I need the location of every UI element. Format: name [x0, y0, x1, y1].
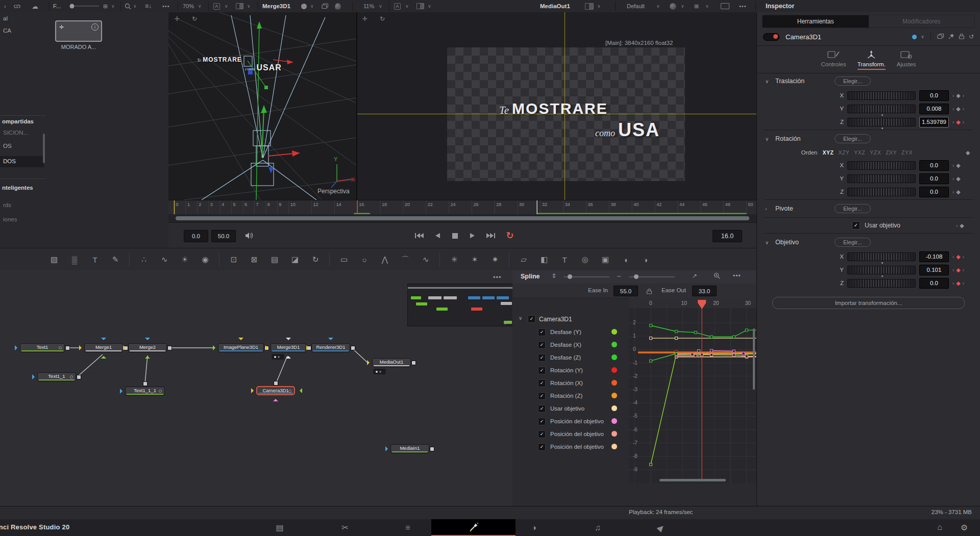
- node-output[interactable]: [167, 346, 172, 350]
- node-input-bottom-icon[interactable]: [145, 353, 150, 359]
- node-input-top-icon[interactable]: [101, 338, 106, 343]
- spline-channel[interactable]: ✓Posición del objetivo: [512, 416, 629, 428]
- transform-tool-icon[interactable]: ↻: [308, 253, 323, 266]
- spline-channel[interactable]: ✓Desfase (X): [512, 339, 629, 352]
- spline-warp-tool-icon[interactable]: ∿: [419, 253, 433, 266]
- channel-color-dot[interactable]: [611, 380, 617, 386]
- vertical-zoom-icon[interactable]: ⇕: [551, 272, 556, 279]
- zoom-fit-icon[interactable]: ↗: [692, 272, 697, 279]
- particle-emitter-tool-icon[interactable]: ∴: [137, 253, 151, 266]
- particle-render-tool-icon[interactable]: ✳: [447, 253, 461, 266]
- node-editor[interactable]: ••• ∨ Text1Merge1Merge2ImagePlane3D1Merg…: [0, 270, 513, 506]
- channel-color-dot[interactable]: [611, 342, 617, 347]
- 3d-text-sprite[interactable]: como USAR: [245, 63, 282, 72]
- left-viewer-channel-button[interactable]: A: [213, 0, 220, 12]
- node-color-dot[interactable]: [912, 35, 917, 39]
- node-output[interactable]: [411, 361, 416, 365]
- left-viewer-lut-dropdown[interactable]: ∨: [310, 0, 314, 12]
- viewport-2d[interactable]: ✛ ↻ [Main]: 3840x2160 float32 Te MOSTRAR…: [357, 12, 756, 200]
- shape-3d-tool-icon[interactable]: ◧: [537, 253, 551, 266]
- node-input-top-icon[interactable]: [328, 338, 333, 343]
- clip-thumbnail[interactable]: ✛ i: [55, 20, 102, 42]
- node-input-left-icon[interactable]: [15, 345, 20, 350]
- keyframe-nav[interactable]: ‹◆›: [952, 119, 973, 125]
- keyframe-nav[interactable]: ‹◆›: [952, 253, 973, 260]
- target-y-value[interactable]: 0.101: [919, 265, 949, 275]
- particle-custom-tool-icon[interactable]: ✶: [468, 253, 482, 266]
- left-viewer-zoom-dropdown[interactable]: ∨: [198, 0, 202, 12]
- go-to-start-button[interactable]: [412, 231, 426, 240]
- section-pivote[interactable]: ›Pivote Elegir...: [757, 201, 980, 216]
- right-viewer-zoom[interactable]: 11%: [363, 0, 374, 12]
- elegir-button[interactable]: Elegir...: [835, 134, 871, 143]
- node-input-left-icon[interactable]: [32, 374, 37, 379]
- channel-color-dot[interactable]: [611, 418, 617, 424]
- node-output[interactable]: [143, 381, 148, 386]
- spline-channel[interactable]: ✓Rotación (Z): [512, 390, 629, 403]
- keyframe-nav[interactable]: ‹◆: [952, 162, 973, 169]
- usar-objetivo-checkbox[interactable]: ✓: [852, 221, 860, 229]
- node-minimap[interactable]: [407, 284, 513, 326]
- clips-menu[interactable]: F...: [53, 0, 61, 12]
- spline-channel[interactable]: ✓Desfase (Y): [512, 326, 629, 339]
- rotation-x-value[interactable]: 0.0: [919, 160, 949, 171]
- right-viewer-split-button[interactable]: [416, 0, 424, 12]
- channel-color-dot[interactable]: [611, 393, 617, 398]
- rotation-order-yxz[interactable]: YXZ: [854, 149, 865, 156]
- node-input-bottom-icon[interactable]: [286, 353, 291, 359]
- right-viewer-channel-dropdown[interactable]: ∨: [405, 0, 409, 12]
- channel-color-dot[interactable]: [611, 431, 617, 437]
- rotation-order-zyx[interactable]: ZYX: [901, 149, 913, 156]
- channel-color-dot[interactable]: [611, 444, 617, 449]
- sidebar-item-selected[interactable]: DOS: [0, 156, 44, 167]
- channel-color-dot[interactable]: [611, 354, 617, 360]
- rotation-order-xyz[interactable]: XYZ: [822, 149, 834, 156]
- node-text1_1_1[interactable]: Text1_1_1: [125, 387, 165, 396]
- channel-checkbox[interactable]: ✓: [538, 379, 546, 387]
- target-z-value[interactable]: 0.0: [919, 278, 949, 289]
- rotation-order-xzy[interactable]: XZY: [838, 149, 849, 156]
- node-merge2[interactable]: Merge2: [128, 343, 167, 352]
- node-mediain1[interactable]: MediaIn1: [390, 444, 429, 453]
- right-viewer-zoom-dropdown[interactable]: ∨: [379, 0, 382, 12]
- left-viewer-split-dropdown[interactable]: ∨: [247, 0, 251, 12]
- left-viewer-channel-dropdown[interactable]: ∨: [225, 0, 228, 12]
- paint-tool-icon[interactable]: ✎: [108, 253, 122, 266]
- background-tool-icon[interactable]: ▧: [47, 253, 61, 266]
- node-input-left-icon[interactable]: [79, 345, 84, 350]
- current-frame-field[interactable]: 16.0: [713, 230, 742, 242]
- minimap-scrollbar[interactable]: [408, 287, 513, 289]
- matte-control-tool-icon[interactable]: ◪: [288, 253, 302, 266]
- particle-spawn-tool-icon[interactable]: ✷: [488, 253, 502, 266]
- lut-dropdown[interactable]: ∨: [656, 0, 660, 12]
- ease-out-field[interactable]: 33.0: [692, 286, 717, 296]
- sidebar-item[interactable]: rds: [3, 202, 11, 208]
- left-viewer-split-button[interactable]: [236, 0, 243, 12]
- right-viewer-channel-button[interactable]: A: [394, 0, 401, 12]
- spline-channel[interactable]: ✓Usar objetivo: [512, 403, 629, 416]
- channel-checkbox[interactable]: ✓: [538, 354, 546, 362]
- subtab-ajustes[interactable]: Ajustes: [895, 50, 918, 73]
- rotation-z-thumbwheel[interactable]: [847, 188, 916, 196]
- node-input-top-icon[interactable]: [145, 338, 150, 343]
- sidebar-item[interactable]: OS: [3, 143, 12, 149]
- rotation-x-thumbwheel[interactable]: [847, 161, 916, 170]
- fusion-page-button[interactable]: [431, 519, 516, 536]
- spot-light-tool-icon[interactable]: ◖: [619, 253, 633, 266]
- home-button[interactable]: ⌂: [937, 523, 942, 532]
- translation-z-thumbwheel[interactable]: [847, 118, 916, 126]
- timeline-scrollbar[interactable]: [176, 216, 749, 220]
- stop-button[interactable]: [448, 231, 461, 240]
- ease-in-field[interactable]: 55.0: [614, 286, 638, 296]
- range-end-field[interactable]: 50.0: [211, 230, 236, 242]
- sidebar-item[interactable]: al: [3, 15, 8, 21]
- renderer-3d-tool-icon[interactable]: ◗: [639, 253, 653, 266]
- import-transform-button[interactable]: Importar transformación...: [772, 297, 965, 309]
- loop-playback-button[interactable]: ↻: [503, 231, 517, 240]
- spline-options-icon[interactable]: •••: [733, 272, 741, 279]
- viewer-options-icon[interactable]: •••: [739, 0, 747, 12]
- node-output[interactable]: [274, 381, 278, 386]
- ease-lock-button[interactable]: [646, 287, 652, 296]
- right-viewer-display-button[interactable]: [585, 0, 594, 12]
- node-input-left-icon[interactable]: [306, 345, 311, 350]
